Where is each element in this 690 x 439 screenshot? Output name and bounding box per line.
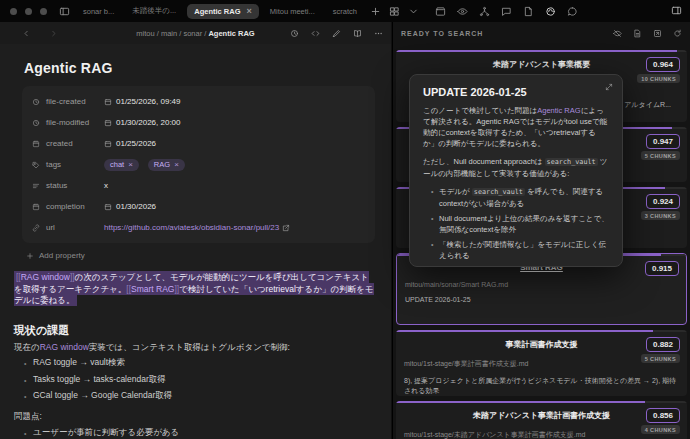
- score-bar: [396, 50, 687, 52]
- remove-tag-icon[interactable]: ×: [174, 160, 179, 169]
- property-key: tags: [46, 160, 61, 169]
- add-property-button[interactable]: Add property: [26, 251, 377, 260]
- tab-list-chevron-icon[interactable]: [406, 4, 421, 19]
- url-link[interactable]: https://github.com/aviatesk/obsidian-son…: [104, 223, 290, 232]
- score-badge: 0.882: [646, 337, 680, 352]
- breadcrumb-current: Agentic RAG: [208, 29, 254, 38]
- property-value[interactable]: 01/25/2026: [116, 139, 156, 148]
- more-options-icon[interactable]: [374, 29, 383, 38]
- property-row-file-modified[interactable]: file-modified 01/30/2026, 20:00: [32, 112, 365, 133]
- link-agentic-rag[interactable]: Agentic RAG: [537, 106, 580, 115]
- result-snippet: UPDATE 2026-01-25: [397, 295, 686, 305]
- property-key: url: [46, 223, 55, 232]
- property-key: file-created: [46, 97, 86, 106]
- wikilink-smart-rag[interactable]: Smart RAG: [131, 284, 174, 294]
- link-rag-window[interactable]: RAG window: [40, 342, 89, 352]
- search-result-card[interactable]: 事業計画書作成支援 0.882 5 CHUNKS mitou/1st-stage…: [396, 330, 687, 396]
- property-row-completion[interactable]: completion 01/30/2026: [32, 196, 365, 217]
- reading-mode-icon[interactable]: [353, 29, 362, 38]
- wikilink-rag-window[interactable]: RAG window: [21, 272, 70, 282]
- property-value[interactable]: 01/25/2026, 09:49: [116, 97, 181, 106]
- calendar-icon: [104, 140, 112, 148]
- export-results-icon[interactable]: [653, 29, 662, 38]
- property-value[interactable]: 01/30/2026, 20:00: [116, 118, 181, 127]
- navigate-forward-icon[interactable]: [49, 29, 58, 38]
- summary-paragraph: [[RAG window]]の次のステップとして、モデルが能動的にツールを呼び出…: [14, 272, 375, 307]
- tab-label: Mitou meeti...: [270, 7, 315, 16]
- property-key: file-modified: [46, 118, 89, 127]
- tab-scratch[interactable]: scratch: [326, 4, 364, 19]
- remove-tag-icon[interactable]: ×: [128, 160, 133, 169]
- calendar-icon: [32, 140, 40, 148]
- file-icon[interactable]: [523, 6, 534, 17]
- minimize-window-icon[interactable]: [25, 8, 32, 15]
- list-item: GCal toggle → Google Calendar取得: [24, 390, 377, 401]
- close-window-icon[interactable]: [10, 8, 17, 15]
- note-content[interactable]: Agentic RAG file-created 01/25/2026, 09:…: [0, 44, 391, 439]
- edit-mode-icon[interactable]: [332, 29, 341, 38]
- tab-mitou-kouhan[interactable]: 未踏後半の...: [125, 3, 183, 19]
- tab-label: scratch: [333, 7, 357, 16]
- score-bar: [396, 401, 687, 403]
- history-icon[interactable]: [290, 29, 299, 38]
- property-row-url[interactable]: url https://github.com/aviatesk/obsidian…: [32, 217, 365, 238]
- tag-label: RAG: [154, 160, 170, 169]
- property-value[interactable]: x: [104, 181, 108, 190]
- property-row-status[interactable]: status x: [32, 175, 365, 196]
- refresh-icon[interactable]: [673, 29, 682, 38]
- comment-icon[interactable]: [501, 6, 512, 17]
- property-row-tags[interactable]: tags chat× RAG×: [32, 154, 365, 175]
- popup-title: UPDATE 2026-01-25: [423, 86, 609, 98]
- search-result-card[interactable]: 未踏アドバンスト事業計画書作成支援 0.856 4 CHUNKS mitou/1…: [396, 401, 687, 439]
- clock-icon: [32, 98, 40, 106]
- tab-agentic-rag[interactable]: Agentic RAG ×: [187, 4, 259, 19]
- source-mode-icon[interactable]: [311, 29, 320, 38]
- tab-bar: sonar b... 未踏後半の... Agentic RAG × Mitou …: [76, 3, 421, 19]
- calendar-icon: [32, 203, 40, 211]
- navigate-back-icon[interactable]: [22, 29, 31, 38]
- current-impl-paragraph: 現在のRAG window実装では、コンテキスト取得はトグルボタンで制御:: [14, 342, 377, 354]
- result-title[interactable]: 未踏アドバンスト事業計画書作成支援: [396, 401, 687, 421]
- tab-sonar-b[interactable]: sonar b...: [76, 4, 121, 19]
- add-property-label: Add property: [39, 251, 85, 260]
- editor-pane: mitou / main / sonar / Agentic RAG Agent…: [0, 22, 391, 439]
- popup-paragraph: このノートで検討していた問題はAgentic RAGによって解決される。Agen…: [423, 105, 609, 149]
- result-title[interactable]: 未踏アドバンスト事業概要: [396, 50, 687, 70]
- property-value[interactable]: 01/30/2026: [116, 202, 156, 211]
- result-title[interactable]: 事業計画書作成支援: [396, 330, 687, 350]
- note-preview-popup[interactable]: UPDATE 2026-01-25 このノートで検討していた問題はAgentic…: [409, 74, 623, 267]
- property-row-file-created[interactable]: file-created 01/25/2026, 09:49: [32, 91, 365, 112]
- window-controls[interactable]: [10, 8, 47, 15]
- titlebar: sonar b... 未踏後半の... Agentic RAG × Mitou …: [0, 0, 690, 22]
- property-row-created[interactable]: created 01/25/2026: [32, 133, 365, 154]
- tab-mitou-meeting[interactable]: Mitou meeti...: [263, 4, 322, 19]
- property-key: created: [46, 139, 73, 148]
- left-sidebar-toggle-icon[interactable]: [57, 4, 72, 19]
- eye-off-icon[interactable]: [613, 29, 622, 38]
- problems-list: ユーザーが事前に判断する必要がある 有効なものは毎回全て取得 → ノイズが増える…: [14, 427, 377, 439]
- zoom-window-icon[interactable]: [40, 8, 47, 15]
- toggle-list: RAG toggle → vault検索 Tasks toggle → task…: [14, 357, 377, 401]
- tags-icon: [32, 161, 40, 169]
- expand-popup-icon[interactable]: [605, 83, 613, 91]
- tag-chip[interactable]: RAG×: [148, 159, 185, 171]
- archive-box-icon[interactable]: [435, 6, 446, 17]
- chat-bubble-icon[interactable]: [567, 6, 578, 17]
- result-snippet: 8), 提案プロジェクトと所属企業が行うビジネスモデル・技術開発との差異 → 2…: [396, 376, 687, 396]
- tag-chip[interactable]: chat×: [104, 159, 139, 171]
- graph-icon[interactable]: [479, 6, 490, 17]
- property-key: status: [46, 181, 67, 190]
- close-tab-icon[interactable]: ×: [246, 7, 251, 16]
- chunks-badge: 5 CHUNKS: [641, 354, 680, 363]
- chunks-badge: 10 CHUNKS: [637, 74, 680, 83]
- file-text-icon[interactable]: [633, 29, 642, 38]
- calendar-icon: [104, 119, 112, 127]
- eye-icon[interactable]: [457, 6, 468, 17]
- new-tab-icon[interactable]: [368, 4, 383, 19]
- sonar-plugin-icon[interactable]: [545, 6, 556, 17]
- tab-label: sonar b...: [83, 7, 114, 16]
- chunks-badge: 4 CHUNKS: [641, 425, 680, 434]
- right-sidebar-toggle-icon[interactable]: [671, 5, 682, 16]
- stacked-tabs-icon[interactable]: [387, 4, 402, 19]
- inline-code: search_vault: [545, 158, 598, 166]
